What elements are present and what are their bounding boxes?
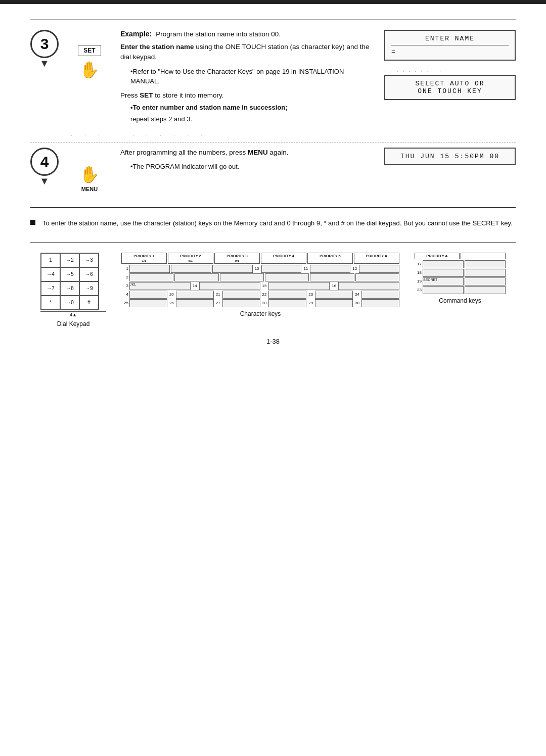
cmd-num-23b: 23 bbox=[415, 288, 422, 292]
char-row-1: 1 10 11 12 bbox=[121, 265, 399, 273]
note-text: To enter the station name, use the chara… bbox=[42, 218, 513, 229]
num-28: 28 bbox=[261, 301, 268, 305]
row-num-4: 4 bbox=[121, 292, 128, 297]
key-9: →9 bbox=[79, 281, 99, 296]
num-16: 16 bbox=[331, 284, 337, 288]
keypad-row-2: →4 →5 →6 bbox=[41, 267, 99, 281]
cmd-btn-19-1: SECRET bbox=[423, 277, 464, 286]
key-star: * bbox=[41, 296, 60, 310]
dial-keypad-grid: 1 →2 →3 →4 →5 →6 →7 →8 →9 * →0 # bbox=[40, 253, 99, 310]
step4-instruction1: After programming all the numbers, press… bbox=[120, 148, 374, 158]
display-select-line1: SELECT AUTO OR bbox=[391, 80, 509, 87]
step3-number-wrap: 3 ▼ bbox=[30, 30, 59, 68]
char-key-3-2 bbox=[199, 282, 260, 290]
key-1: 1 bbox=[41, 253, 60, 267]
char-key-5-6 bbox=[361, 299, 399, 307]
num-20: 20 bbox=[168, 292, 175, 297]
top-bar bbox=[0, 0, 546, 4]
key-3: →3 bbox=[79, 253, 99, 267]
key-5: →5 bbox=[60, 267, 79, 281]
char-row-4: 4 20 21 22 23 24 bbox=[121, 291, 399, 299]
display-select-line2: ONE TOUCH KEY bbox=[391, 87, 509, 95]
num-22: 22 bbox=[261, 292, 268, 297]
character-keys-wrap: PRIORITY 11/1 PRIORITY 25/1 PRIORITY 39/… bbox=[121, 253, 399, 317]
character-keys-label: Character keys bbox=[121, 310, 399, 317]
char-key-1-2 bbox=[171, 265, 211, 273]
char-key-5-4 bbox=[268, 299, 306, 307]
num-24: 24 bbox=[354, 292, 360, 297]
display-line1: ENTER NAME bbox=[391, 35, 509, 42]
step3-section: 3 ▼ SET ✋ Example: Program the station n… bbox=[30, 19, 516, 126]
step4-bullet1: •The PROGRAM indicator will go out. bbox=[130, 162, 374, 172]
num-30: 30 bbox=[354, 301, 360, 305]
keypad-bottom-label: 4▲ bbox=[40, 311, 106, 317]
display-select-auto: SELECT AUTO OR ONE TOUCH KEY bbox=[384, 75, 516, 100]
char-key-1-3 bbox=[212, 265, 253, 273]
num-15: 15 bbox=[261, 284, 268, 288]
priority5-header: PRIORITY 5 bbox=[307, 253, 353, 264]
char-key-4-2 bbox=[176, 291, 214, 299]
char-key-3-3 bbox=[268, 282, 330, 290]
note-section: To enter the station name, use the chara… bbox=[30, 218, 516, 237]
dot-separator: . . . . . . . . . . bbox=[384, 67, 442, 73]
num-23: 23 bbox=[307, 292, 314, 297]
key-6: →6 bbox=[79, 267, 99, 281]
key-4: →4 bbox=[41, 267, 60, 281]
step4-text: After programming all the numbers, press… bbox=[120, 148, 384, 174]
main-divider bbox=[30, 207, 516, 208]
priority4-header: PRIORITY 4 bbox=[261, 253, 306, 264]
keypad-section: 1 →2 →3 →4 →5 →6 →7 →8 →9 * →0 # bbox=[30, 253, 516, 327]
char-key-3-4 bbox=[338, 282, 399, 290]
keypad-row-3: →7 →8 →9 bbox=[41, 281, 99, 296]
num-12: 12 bbox=[351, 266, 358, 271]
step3-instruction2: Press SET to store it into memory. bbox=[120, 90, 374, 101]
dial-keypad-wrap: 1 →2 →3 →4 →5 →6 →7 →8 →9 * →0 # bbox=[40, 253, 106, 327]
step4-icon-wrap: ✋ MENU bbox=[67, 148, 112, 192]
square-bullet bbox=[30, 220, 35, 225]
priority1-header: PRIORITY 11/1 bbox=[121, 253, 167, 264]
cmd-btn-23-1 bbox=[423, 286, 464, 294]
keypad-row-1: 1 →2 →3 bbox=[41, 253, 99, 267]
row-num-25: 25 bbox=[121, 301, 128, 305]
char-key-1-5 bbox=[310, 265, 350, 273]
char-key-4-6 bbox=[361, 291, 399, 299]
step4-number-wrap: 4 ▼ bbox=[30, 148, 59, 186]
dial-keypad-label: Dial Keypad bbox=[40, 320, 106, 327]
char-key-2-5 bbox=[310, 273, 354, 281]
cmd-num-19: 19 bbox=[415, 279, 422, 284]
char-key-4-1 bbox=[129, 291, 167, 299]
num-11: 11 bbox=[302, 266, 309, 271]
char-key-2-4 bbox=[265, 273, 309, 281]
cmd-row-2: 18 bbox=[415, 269, 506, 277]
display-sep-char: = bbox=[391, 48, 509, 56]
step4-section: 4 ▼ ✋ MENU After programming all the num… bbox=[30, 142, 516, 192]
keypad-row-4: * →0 # bbox=[41, 296, 99, 310]
dot-row: . . . . . . . . . bbox=[71, 131, 516, 137]
row-num-3: 3 bbox=[121, 284, 128, 288]
char-row-2: 2 bbox=[121, 273, 399, 281]
char-key-2-3 bbox=[220, 273, 264, 281]
display-enter-name: ENTER NAME = bbox=[384, 30, 516, 61]
cmd-btn-17-1 bbox=[423, 260, 464, 268]
char-key-2-6 bbox=[355, 273, 399, 281]
num-26: 26 bbox=[168, 301, 175, 305]
char-key-1-4 bbox=[261, 265, 302, 273]
priorityA-header: PRIORITY A bbox=[354, 253, 399, 264]
step4-arrow: ▼ bbox=[39, 176, 50, 186]
char-key-5-1 bbox=[129, 299, 167, 307]
num-14: 14 bbox=[192, 284, 198, 288]
char-col-headers: PRIORITY 11/1 PRIORITY 25/1 PRIORITY 39/… bbox=[121, 253, 399, 264]
menu-label: MENU bbox=[79, 186, 100, 192]
char-key-5-2 bbox=[176, 299, 214, 307]
set-icon-container: SET ✋ bbox=[78, 45, 101, 79]
cmd-col2-header bbox=[461, 253, 506, 259]
step3-icon-wrap: SET ✋ bbox=[67, 30, 112, 79]
step4-display-area: THU JUN 15 5:50PM 00 bbox=[384, 148, 516, 169]
num-10: 10 bbox=[254, 266, 260, 271]
hand-icon-step4: ✋ bbox=[79, 165, 100, 184]
char-key-1-1 bbox=[129, 265, 170, 273]
row-num-2: 2 bbox=[121, 275, 128, 279]
cmd-btn-17-2 bbox=[465, 260, 506, 268]
command-keys-label: Command keys bbox=[415, 297, 506, 304]
char-key-2-2 bbox=[174, 273, 218, 281]
